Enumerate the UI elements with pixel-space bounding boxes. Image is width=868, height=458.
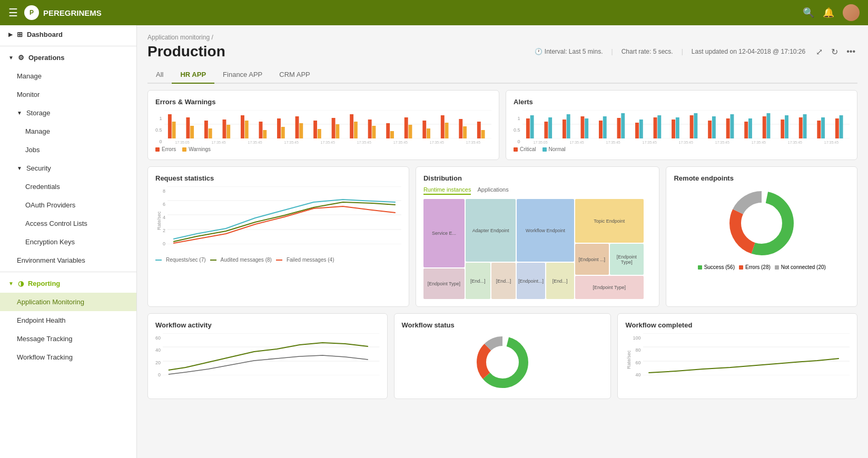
topnav: ☰ P PEREGRINEMS 🔍 🔔 bbox=[0, 0, 868, 25]
errors-warnings-title: Errors & Warnings bbox=[155, 98, 491, 106]
svg-rect-74 bbox=[817, 121, 821, 138]
svg-rect-6 bbox=[190, 126, 194, 138]
sidebar-item-oauth[interactable]: OAuth Providers bbox=[0, 196, 136, 214]
treemap-cell-endpoint-type-3: [End...] bbox=[546, 263, 574, 299]
main-content: Application monitoring / Production 🕐 In… bbox=[137, 25, 868, 458]
tab-applications[interactable]: Applications bbox=[477, 186, 508, 195]
svg-rect-16 bbox=[281, 127, 284, 138]
svg-rect-58 bbox=[672, 120, 675, 138]
svg-rect-25 bbox=[368, 120, 371, 138]
avatar[interactable] bbox=[843, 4, 860, 21]
alerts-legend: Critical Normal bbox=[514, 146, 850, 152]
svg-rect-64 bbox=[726, 118, 729, 138]
svg-rect-24 bbox=[353, 122, 357, 138]
svg-rect-22 bbox=[336, 124, 339, 138]
sidebar-item-app-monitoring[interactable]: Application Monitoring bbox=[0, 293, 136, 311]
card-alerts: Alerts 10.50 bbox=[506, 90, 857, 160]
card-request-statistics: Request statistics Rate/sec 86420 bbox=[147, 166, 409, 307]
svg-rect-42 bbox=[526, 118, 529, 138]
svg-rect-65 bbox=[730, 114, 734, 138]
remote-legend: Success (56) Errors (28) Not connected (… bbox=[698, 264, 826, 270]
distribution-title: Distribution bbox=[423, 174, 652, 182]
expand-button[interactable]: ⤢ bbox=[814, 45, 825, 59]
refresh-button[interactable]: ↻ bbox=[829, 45, 840, 59]
tab-runtime-instances[interactable]: Runtime instances bbox=[423, 186, 471, 195]
chevron-down-icon: ▼ bbox=[8, 55, 14, 61]
hamburger-menu[interactable]: ☰ bbox=[8, 6, 18, 19]
breadcrumb: Application monitoring / bbox=[147, 34, 857, 41]
svg-rect-17 bbox=[295, 116, 299, 138]
sidebar-item-env-vars[interactable]: Environment Variables bbox=[0, 251, 136, 270]
svg-rect-19 bbox=[313, 121, 317, 138]
workflow-activity-title: Workflow activity bbox=[155, 321, 380, 329]
svg-rect-61 bbox=[694, 113, 697, 138]
svg-rect-33 bbox=[440, 115, 444, 138]
svg-rect-35 bbox=[459, 119, 462, 138]
tab-all[interactable]: All bbox=[147, 66, 172, 84]
treemap-cell-endpoint-type-2: [Endpoint...] bbox=[517, 263, 545, 299]
card-remote-endpoints: Remote endpoints Success (56) Er bbox=[666, 166, 857, 307]
treemap-cell-topic: Topic Endpoint bbox=[575, 199, 644, 243]
svg-rect-54 bbox=[635, 123, 639, 138]
svg-rect-69 bbox=[766, 113, 770, 138]
svg-rect-5 bbox=[186, 117, 190, 138]
svg-rect-27 bbox=[386, 123, 390, 138]
sidebar-section-storage[interactable]: ▼ Storage bbox=[0, 104, 136, 122]
svg-rect-46 bbox=[562, 120, 566, 138]
page-meta: 🕐 Interval: Last 5 mins. | Chart rate: 5… bbox=[535, 48, 805, 55]
treemap-cell-endpoint-type-5: [Endpoint Type] bbox=[610, 244, 644, 275]
svg-rect-34 bbox=[445, 123, 448, 138]
svg-rect-38 bbox=[481, 130, 485, 138]
svg-rect-23 bbox=[350, 114, 353, 138]
sidebar-item-encryption[interactable]: Encryption Keys bbox=[0, 233, 136, 251]
sidebar-item-message-tracking[interactable]: Message Tracking bbox=[0, 330, 136, 348]
svg-point-94 bbox=[487, 346, 518, 378]
svg-rect-72 bbox=[798, 117, 802, 138]
bell-icon[interactable]: 🔔 bbox=[823, 7, 834, 18]
errors-legend: Errors Warnings bbox=[155, 146, 491, 152]
tab-financeapp[interactable]: Finance APP bbox=[214, 66, 271, 84]
search-icon[interactable]: 🔍 bbox=[803, 7, 814, 18]
card-workflow-activity: Workflow activity 6040200 bbox=[147, 313, 388, 399]
sidebar-item-monitor[interactable]: Monitor bbox=[0, 85, 136, 104]
sidebar-item-storage-jobs[interactable]: Jobs bbox=[0, 141, 136, 159]
workflow-completed-chart bbox=[643, 333, 850, 375]
svg-rect-70 bbox=[781, 120, 784, 138]
sidebar-item-credentials[interactable]: Credentials bbox=[0, 177, 136, 196]
svg-rect-62 bbox=[708, 121, 712, 138]
svg-rect-49 bbox=[585, 118, 588, 138]
sidebar-item-manage[interactable]: Manage bbox=[0, 67, 136, 85]
treemap-cell-workflow: Workflow Endpoint bbox=[517, 199, 574, 262]
alerts-chart bbox=[522, 110, 850, 138]
alerts-title: Alerts bbox=[514, 98, 850, 106]
sidebar-section-operations[interactable]: ▼ ⚙ Operations bbox=[0, 48, 136, 67]
svg-rect-29 bbox=[404, 117, 408, 138]
svg-rect-45 bbox=[548, 117, 552, 138]
sidebar-section-reporting[interactable]: ▼ ◑ Reporting bbox=[0, 274, 136, 293]
sidebar-item-storage-manage[interactable]: Manage bbox=[0, 122, 136, 141]
page-title: Production bbox=[147, 43, 225, 60]
errors-chart bbox=[164, 110, 491, 138]
tab-hrapp[interactable]: HR APP bbox=[172, 66, 214, 84]
sidebar-item-dashboard[interactable]: ▶ ⊞ Dashboard bbox=[0, 25, 136, 44]
svg-rect-73 bbox=[803, 114, 806, 138]
tab-crmapp[interactable]: CRM APP bbox=[271, 66, 319, 84]
svg-rect-36 bbox=[463, 126, 467, 138]
distribution-tabs: Runtime instances Applications bbox=[423, 186, 652, 195]
dashboard-icon: ⊞ bbox=[17, 31, 23, 38]
workflow-completed-title: Workflow completed bbox=[625, 321, 850, 329]
card-errors-warnings: Errors & Warnings 10.50 bbox=[147, 90, 499, 160]
svg-rect-10 bbox=[226, 125, 230, 138]
svg-rect-57 bbox=[657, 115, 661, 138]
svg-rect-52 bbox=[617, 118, 620, 138]
chevron-down-icon-reporting: ▼ bbox=[8, 281, 14, 286]
more-options-button[interactable]: ••• bbox=[844, 45, 857, 58]
sidebar-item-endpoint-health[interactable]: Endpoint Health bbox=[0, 311, 136, 330]
sidebar-item-workflow-tracking[interactable]: Workflow Tracking bbox=[0, 348, 136, 366]
svg-rect-32 bbox=[427, 128, 430, 138]
svg-rect-20 bbox=[317, 129, 321, 138]
svg-rect-14 bbox=[263, 130, 267, 138]
sidebar-section-security[interactable]: ▼ Security bbox=[0, 159, 136, 177]
sidebar-item-acl[interactable]: Access Control Lists bbox=[0, 214, 136, 233]
svg-rect-59 bbox=[675, 117, 679, 138]
